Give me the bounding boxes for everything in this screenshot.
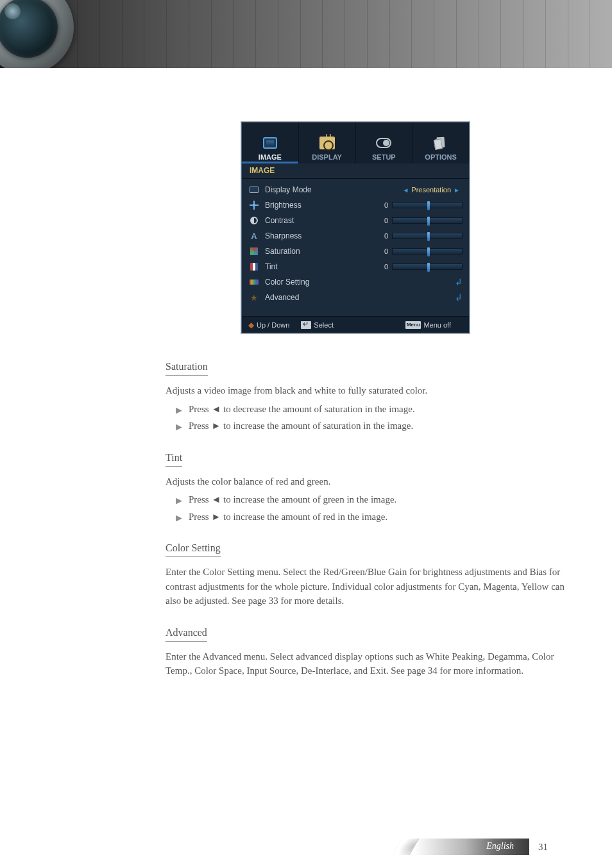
osd-footer: ◆ Up / Down Select Menu Menu off: [242, 316, 469, 333]
osd-tab-bar: IMAGE DISPLAY SETUP OPTIONS: [242, 122, 469, 163]
footer-hint-select: Select: [301, 321, 334, 329]
osd-row-label: Saturation: [265, 247, 377, 256]
bullet-arrow-icon: ▶: [176, 404, 182, 417]
footer-hint-menu: Menu Menu off: [405, 321, 451, 329]
osd-row-saturation[interactable]: Saturation 0: [248, 244, 463, 258]
section-saturation: Saturation Adjusts a video image from bl…: [166, 359, 570, 433]
section-color-setting: Color Setting Enter the Color Setting me…: [166, 540, 570, 608]
osd-tab-options[interactable]: OPTIONS: [412, 122, 469, 163]
osd-row-contrast[interactable]: Contrast 0: [248, 213, 463, 228]
osd-section-title: IMAGE: [242, 163, 469, 179]
osd-row-label: Display Mode: [265, 185, 402, 194]
osd-row-label: Brightness: [265, 201, 377, 210]
advanced-icon: ★: [248, 293, 260, 302]
osd-tab-display[interactable]: DISPLAY: [299, 122, 356, 163]
osd-row-value: 0: [377, 247, 388, 255]
osd-tab-setup[interactable]: SETUP: [356, 122, 413, 163]
osd-tab-label: IMAGE: [259, 153, 282, 161]
page-header-banner: [0, 0, 612, 68]
bullet-arrow-icon: ▶: [176, 512, 182, 524]
section-description: Adjusts the color balance of red and gre…: [166, 474, 570, 489]
osd-row-value: 0: [377, 217, 388, 224]
footer-language-label: English: [486, 841, 514, 851]
footer-hint-updown: ◆ Up / Down: [248, 321, 289, 330]
saturation-icon: [248, 247, 260, 256]
osd-row-advanced[interactable]: ★ Advanced ↲: [248, 290, 463, 305]
enter-submenu-icon: ↲: [418, 292, 463, 303]
section-title: Tint: [166, 450, 182, 467]
enter-key-icon: [301, 321, 311, 329]
display-tab-icon: [319, 135, 335, 151]
footer-hint-label: Menu off: [423, 321, 451, 329]
bullet-saturation-decrease: ▶ Press ◄ to decrease the amount of satu…: [176, 402, 570, 417]
image-tab-icon: [262, 135, 278, 151]
section-description: Enter the Advanced menu. Select advanced…: [166, 649, 570, 678]
banner-columns: [77, 0, 612, 68]
osd-slider[interactable]: [392, 217, 463, 224]
section-advanced: Advanced Enter the Advanced menu. Select…: [166, 625, 570, 678]
options-tab-icon: [433, 135, 448, 151]
bullet-text: Press ► to increase the amount of satura…: [189, 419, 413, 433]
enter-submenu-icon: ↲: [418, 277, 463, 287]
brightness-icon: [248, 201, 260, 210]
bullet-arrow-icon: ▶: [176, 494, 182, 507]
osd-row-label: Contrast: [265, 216, 377, 225]
footer-hint-label: Up / Down: [257, 321, 289, 329]
osd-row-tint[interactable]: Tint 0: [248, 260, 463, 274]
footer-hint-label: Select: [314, 321, 334, 329]
osd-row-sharpness[interactable]: A Sharpness 0: [248, 229, 463, 243]
osd-row-value-text: ◄ Presentation ►: [402, 186, 463, 194]
updown-key-icon: ◆: [248, 321, 254, 330]
osd-slider[interactable]: [392, 263, 463, 270]
section-title: Color Setting: [166, 540, 221, 557]
page-footer: English 31: [0, 839, 612, 855]
osd-row-value: 0: [377, 263, 388, 271]
osd-body: Display Mode ◄ Presentation ► Brightness…: [242, 179, 469, 305]
left-marker-icon: ◄: [402, 187, 409, 194]
osd-row-color-setting[interactable]: Color Setting ↲: [248, 275, 463, 289]
osd-slider[interactable]: [392, 248, 463, 255]
osd-row-label: Advanced: [265, 293, 418, 302]
osd-tab-image[interactable]: IMAGE: [242, 122, 299, 163]
section-tint: Tint Adjusts the color balance of red an…: [166, 450, 570, 524]
bullet-arrow-icon: ▶: [176, 421, 182, 433]
menu-key-icon: Menu: [405, 321, 421, 329]
sharpness-icon: A: [248, 231, 260, 240]
bullet-text: Press ► to increase the amount of red in…: [189, 510, 387, 524]
page-number: 31: [538, 842, 548, 853]
bullet-tint-green: ▶ Press ◄ to increase the amount of gree…: [176, 492, 570, 507]
tint-icon: [248, 262, 260, 271]
osd-row-value: 0: [377, 201, 388, 209]
bullet-text: Press ◄ to increase the amount of green …: [189, 492, 396, 507]
osd-row-label: Color Setting: [265, 278, 418, 287]
section-title: Advanced: [166, 625, 207, 642]
osd-row-brightness[interactable]: Brightness 0: [248, 198, 463, 212]
bullet-tint-red: ▶ Press ► to increase the amount of red …: [176, 510, 570, 524]
color-setting-icon: [248, 278, 260, 287]
bullet-saturation-increase: ▶ Press ► to increase the amount of satu…: [176, 419, 570, 433]
page-body: Saturation Adjusts a video image from bl…: [166, 359, 570, 695]
display-mode-icon: [248, 185, 260, 194]
right-marker-icon: ►: [454, 187, 460, 194]
setup-tab-icon: [376, 135, 391, 151]
section-description: Enter the Color Setting menu. Select the…: [166, 565, 570, 608]
bullet-text: Press ◄ to decrease the amount of satura…: [189, 402, 415, 417]
osd-row-display-mode[interactable]: Display Mode ◄ Presentation ►: [248, 183, 463, 197]
contrast-icon: [248, 216, 260, 225]
osd-row-label: Sharpness: [265, 231, 377, 240]
osd-tab-label: OPTIONS: [425, 153, 457, 161]
section-title: Saturation: [166, 359, 208, 376]
osd-slider[interactable]: [392, 233, 463, 239]
section-description: Adjusts a video image from black and whi…: [166, 383, 570, 398]
osd-tab-label: DISPLAY: [312, 153, 342, 161]
osd-menu-screenshot: IMAGE DISPLAY SETUP OPTIONS IMAGE Displa…: [241, 122, 470, 333]
osd-row-value: 0: [377, 232, 388, 240]
osd-slider[interactable]: [392, 202, 463, 208]
osd-tab-label: SETUP: [372, 153, 396, 161]
footer-gradient-bar: English: [414, 839, 529, 855]
osd-row-label: Tint: [265, 262, 377, 271]
